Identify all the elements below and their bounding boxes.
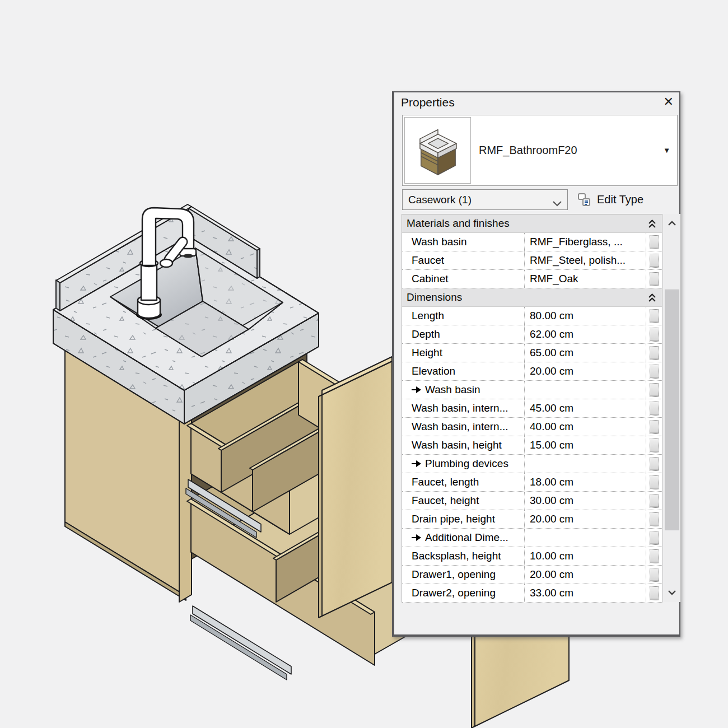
chevron-down-icon[interactable]: ▼ [663,146,670,155]
properties-grid: Materials and finishesWash basinRMF_Fibe… [402,214,662,603]
collapse-icon [648,219,656,228]
associate-parameter-button[interactable] [650,272,659,286]
associate-parameter-button[interactable] [650,365,659,379]
property-value[interactable]: 20.00 cm [524,362,646,380]
property-name: Drawer2, opening [402,584,524,602]
property-value[interactable]: 18.00 cm [524,473,646,491]
property-value[interactable]: 65.00 cm [524,344,646,362]
section-header[interactable]: Dimensions [402,288,662,307]
property-value[interactable]: RMF_Oak [524,270,646,288]
property-value[interactable]: 15.00 cm [524,436,646,454]
property-row: Height65.00 cm [402,344,662,362]
property-row: Faucet, height30.00 cm [402,492,662,510]
associate-parameter-button[interactable] [650,309,659,323]
property-value[interactable]: 80.00 cm [524,307,646,325]
edit-type-button[interactable]: Edit Type [573,189,647,210]
associate-parameter-button[interactable] [650,254,659,268]
subgroup-arrow-icon [412,460,421,467]
property-value[interactable] [524,529,646,547]
property-name: Elevation [402,362,524,380]
property-name: Cabinet [402,270,524,288]
associate-parameter-button[interactable] [650,383,659,397]
property-name: Height [402,344,524,362]
property-value[interactable] [524,381,646,399]
properties-panel: Properties ✕ RMF_BathroomF20 ▼ Cas [392,91,680,637]
property-name: Drawer1, opening [402,566,524,584]
associate-parameter-button[interactable] [650,457,659,471]
property-name: Additional Dime... [402,529,524,547]
property-value[interactable]: 45.00 cm [524,399,646,417]
property-name: Faucet, length [402,473,524,491]
scroll-up-icon[interactable] [664,216,680,231]
property-button-cell [646,362,662,380]
associate-parameter-button[interactable] [650,346,659,360]
associate-parameter-button[interactable] [650,568,659,582]
associate-parameter-button[interactable] [650,438,659,452]
property-button-cell [646,473,662,491]
property-value[interactable]: 33.00 cm [524,584,646,602]
subgroup-row: Plumbing devices [402,455,662,473]
property-name: Depth [402,325,524,343]
associate-parameter-button[interactable] [650,531,659,545]
associate-parameter-button[interactable] [650,512,659,526]
associate-parameter-button[interactable] [650,475,659,489]
property-name: Length [402,307,524,325]
associate-parameter-button[interactable] [650,549,659,563]
type-selector[interactable]: Casework (1) [402,189,568,210]
property-button-cell [646,584,662,602]
property-name: Backsplash, height [402,547,524,565]
family-thumbnail [404,117,471,184]
property-value[interactable]: 20.00 cm [524,510,646,528]
panel-title: Properties [401,96,455,109]
property-button-cell [646,418,662,436]
property-row: Drawer1, opening20.00 cm [402,566,662,584]
associate-parameter-button[interactable] [650,235,659,249]
property-button-cell [646,270,662,288]
property-value[interactable]: 30.00 cm [524,492,646,510]
associate-parameter-button[interactable] [650,586,659,600]
property-value[interactable]: 62.00 cm [524,325,646,343]
property-name: Faucet, height [402,492,524,510]
subgroup-row: Wash basin [402,381,662,399]
subgroup-arrow-icon [412,386,421,393]
associate-parameter-button[interactable] [650,494,659,508]
property-button-cell [646,492,662,510]
subgroup-row: Additional Dime... [402,529,662,547]
property-name: Drain pipe, height [402,510,524,528]
type-selector-value: Casework (1) [408,194,472,206]
property-name: Wash basin, height [402,436,524,454]
associate-parameter-button[interactable] [650,402,659,416]
property-value[interactable]: 10.00 cm [524,547,646,565]
property-value[interactable] [524,455,646,473]
property-row: Faucet, length18.00 cm [402,473,662,492]
combo-chevron-icon [552,197,562,209]
property-value[interactable]: 20.00 cm [524,566,646,584]
family-name: RMF_BathroomF20 [479,115,577,185]
property-button-cell [646,529,662,547]
property-button-cell [646,344,662,362]
property-row: Elevation20.00 cm [402,362,662,381]
property-button-cell [646,399,662,417]
scrollbar[interactable] [664,214,680,602]
property-value[interactable]: 40.00 cm [524,418,646,436]
property-name: Wash basin, intern... [402,418,524,436]
associate-parameter-button[interactable] [650,420,659,434]
family-selector[interactable]: RMF_BathroomF20 ▼ [402,115,678,186]
property-row: Wash basin, intern...40.00 cm [402,418,662,436]
scroll-down-icon[interactable] [664,585,680,600]
section-label: Materials and finishes [407,217,510,230]
property-value[interactable]: RMF_Fiberglass, ... [524,233,646,251]
subgroup-arrow-icon [412,534,421,541]
associate-parameter-button[interactable] [650,328,659,342]
drawer-1-front [322,361,392,616]
property-row: Wash basin, intern...45.00 cm [402,399,662,418]
property-name: Plumbing devices [402,455,524,473]
close-icon[interactable]: ✕ [664,95,674,109]
section-header[interactable]: Materials and finishes [402,214,662,233]
scrollbar-thumb[interactable] [665,290,679,530]
property-button-cell [646,251,662,269]
section-label: Dimensions [407,291,462,304]
property-value[interactable]: RMF_Steel, polish... [524,251,646,269]
collapse-icon [648,293,656,302]
property-button-cell [646,325,662,343]
